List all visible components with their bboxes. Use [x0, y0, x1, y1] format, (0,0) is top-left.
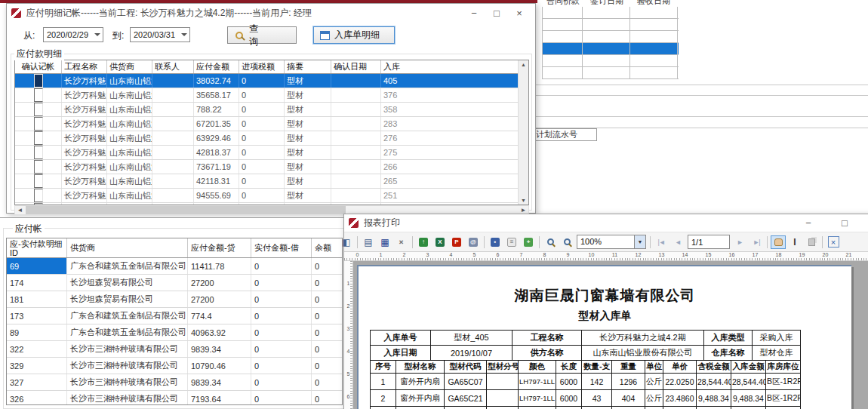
- table-row[interactable]: [542, 19, 679, 31]
- confirm-checkbox[interactable]: [34, 74, 43, 88]
- account-row[interactable]: 181 长沙坦森贸易有限公司 27200 0 0: [7, 291, 342, 308]
- column-header[interactable]: 应-实付款明细ID: [7, 238, 67, 257]
- confirm-checkbox[interactable]: [34, 146, 43, 159]
- divider: [528, 116, 868, 117]
- payable-row[interactable]: 长沙万科魅力... 山东南山铝业... 63929.46 0 型材 276: [15, 131, 528, 146]
- confirm-checkbox[interactable]: [34, 174, 43, 188]
- maximize-button[interactable]: □: [485, 8, 508, 19]
- table-row[interactable]: [542, 31, 679, 43]
- account-row[interactable]: 173 广东合和建筑五金制品有限公司 774.4 0 0: [7, 308, 342, 324]
- payable-row[interactable]: 长沙万科魅力... 山东南山铝业... 42118.31 0 型材 265: [15, 174, 528, 189]
- column-header[interactable]: 余额: [312, 238, 342, 257]
- text-select-icon[interactable]: I: [787, 235, 802, 249]
- minimize-button[interactable]: −: [463, 8, 485, 19]
- column-header[interactable]: 应付金额-贷: [188, 238, 251, 257]
- report-company-title: 湖南巨晟门窗幕墙有限公司: [359, 286, 851, 306]
- column-header[interactable]: 确认日期: [331, 60, 381, 73]
- maximize-button[interactable]: □: [833, 217, 856, 229]
- column-header[interactable]: 工程名称: [62, 60, 107, 73]
- account-row[interactable]: 69 广东合和建筑五金制品有限公司 11411.78 0 0: [7, 258, 342, 275]
- hand-tool-icon[interactable]: [771, 235, 786, 249]
- excel-export-icon[interactable]: X: [432, 235, 448, 249]
- report-toolbar: ◧ ▤ ▦ + ↑ X P @ ▪ ≡ + 100%▼ |◄ ◄ ► ►|: [344, 232, 868, 252]
- panel-toggle-icon[interactable]: ◧: [339, 235, 354, 249]
- payable-row[interactable]: 长沙万科魅力... 山东南山铝业... 42818.37 0 型材 275: [15, 146, 528, 160]
- confirm-checkbox[interactable]: [34, 189, 43, 202]
- column-header[interactable]: 进项税额: [239, 60, 285, 73]
- vertical-scrollbar[interactable]: ▲▼: [518, 60, 528, 204]
- save-icon[interactable]: ▪: [488, 235, 503, 249]
- window-icon: [320, 31, 330, 40]
- pdf-export-icon[interactable]: P: [449, 235, 464, 249]
- payable-row[interactable]: 长沙万科魅力... 山东南山铝业... 73671.19 0 型材 266: [15, 160, 528, 174]
- payable-row[interactable]: 长沙万科魅力... 山东南山铝业... 38032.74 0 型材 405: [15, 74, 528, 88]
- info-row: 入库日期2019/10/07 供方名称山东南山铝业股份有限公司 仓库名称型材仓库: [371, 346, 801, 361]
- preview-canvas[interactable]: 湖南巨晟门窗幕墙有限公司 型材入库单 入库单号型材_405 工程名称长沙万科魅力…: [353, 261, 868, 409]
- confirm-checkbox[interactable]: [34, 117, 43, 131]
- page-setup-icon[interactable]: ▦: [377, 235, 392, 249]
- plan-serial-field[interactable]: 计划流水号: [531, 128, 597, 141]
- table-row-selected[interactable]: [542, 43, 679, 55]
- groupbox-label: 应付帐: [13, 223, 45, 235]
- account-row[interactable]: 326 长沙市三湘特种玻璃有限公司 7193.64 0 0: [7, 391, 342, 405]
- minimize-button[interactable]: −: [797, 217, 820, 229]
- account-row[interactable]: 329 长沙市三湘特种玻璃有限公司 10790.46 0 0: [7, 358, 342, 374]
- confirm-checkbox[interactable]: [34, 160, 43, 174]
- payable-row[interactable]: 长沙万科魅力... 山东南山铝业... 94555.69 0 型材 251: [15, 189, 528, 203]
- table-row[interactable]: [542, 55, 679, 67]
- window-title: 应付明细记帐------当前工程: 长沙万科魅力之城4.2期------当前用户…: [26, 7, 463, 20]
- payable-row[interactable]: 长沙万科魅力... 山东南山铝业... 67201.35 0 型材 283: [15, 117, 528, 131]
- column-header[interactable]: 入库: [381, 60, 528, 73]
- copy-pages-icon[interactable]: [804, 235, 819, 249]
- column-header[interactable]: 联系人: [152, 60, 194, 73]
- column-header[interactable]: 应付金额: [194, 60, 239, 73]
- print-icon[interactable]: ▤: [361, 235, 376, 249]
- confirm-checkbox[interactable]: [34, 103, 43, 116]
- column-header[interactable]: 实付金额-借: [251, 238, 312, 257]
- report-detail-table: 序号型材名称型材代码型材分号颜色长度数量-支重量单位单价含税金额入库金额库房库位…: [370, 360, 801, 409]
- inbound-detail-button[interactable]: 入库单明细: [313, 26, 395, 44]
- close-button[interactable]: ×: [508, 8, 531, 19]
- payable-row[interactable]: 长沙万科魅力... 山东南山铝业... 35658.17 0 型材 376: [15, 88, 528, 103]
- confirm-checkbox[interactable]: [34, 88, 43, 102]
- previous-page-button[interactable]: ◄: [670, 235, 685, 249]
- payable-detail-table: 确认记帐 工程名称 供货商 联系人 应付金额 进项税额 摘要 确认日期 入库 长…: [14, 60, 529, 205]
- close-preview-icon[interactable]: ×: [826, 235, 841, 249]
- last-page-button[interactable]: ►|: [749, 235, 764, 249]
- table-row[interactable]: [542, 7, 679, 19]
- column-header: 验收日期: [637, 0, 670, 6]
- scrollbar-thumb[interactable]: [26, 206, 346, 214]
- email-icon[interactable]: @: [466, 235, 481, 249]
- settings-icon[interactable]: +: [394, 235, 409, 249]
- column-header[interactable]: 供货商: [67, 238, 188, 257]
- first-page-button[interactable]: |◄: [654, 235, 669, 249]
- from-date-combobox[interactable]: 2020/02/29: [43, 27, 103, 42]
- add-grid-icon[interactable]: +: [521, 235, 536, 249]
- scroll-left-icon[interactable]: ◄: [15, 206, 25, 214]
- next-page-button[interactable]: ►: [732, 235, 747, 249]
- account-row[interactable]: 174 长沙坦森贸易有限公司 27200 0 0: [7, 275, 342, 291]
- export-icon[interactable]: ↑: [416, 235, 431, 249]
- document-icon[interactable]: ≡: [504, 235, 519, 249]
- account-row[interactable]: 322 长沙市三湘特种玻璃有限公司 9839.34 0 0: [7, 341, 342, 358]
- title-bar[interactable]: 报表打印 − □ ×: [344, 214, 868, 232]
- to-date-combobox[interactable]: 2020/03/31: [130, 27, 190, 42]
- zoom-in-icon[interactable]: [543, 235, 558, 249]
- confirm-checkbox[interactable]: [34, 131, 43, 145]
- report-doc-title: 型材入库单: [359, 309, 851, 323]
- column-header[interactable]: 供货商: [107, 60, 152, 73]
- table-header-row: 确认记帐 工程名称 供货商 联系人 应付金额 进项税额 摘要 确认日期 入库: [15, 60, 528, 74]
- chevron-down-icon: [181, 33, 187, 39]
- column-header[interactable]: 摘要: [285, 60, 331, 73]
- account-row[interactable]: 327 长沙市三湘特种玻璃有限公司 9839.34 0 0: [7, 374, 342, 391]
- page-number-input[interactable]: [688, 235, 730, 249]
- account-row[interactable]: 89 广东合和建筑五金制品有限公司 40963.92 0 0: [7, 324, 342, 341]
- zoom-level-combobox[interactable]: 100%▼: [577, 235, 646, 249]
- column-header[interactable]: 确认记帐: [15, 60, 62, 73]
- zoom-out-icon[interactable]: [559, 235, 574, 249]
- query-button[interactable]: 查询: [227, 26, 297, 44]
- window-title: 报表打印: [364, 217, 866, 229]
- title-bar[interactable]: 应付明细记帐------当前工程: 长沙万科魅力之城4.2期------当前用户…: [7, 4, 535, 22]
- table-row[interactable]: [542, 67, 679, 79]
- payable-row[interactable]: 长沙万科魅力... 山东南山铝业... 788.22 0 型材 358: [15, 103, 528, 117]
